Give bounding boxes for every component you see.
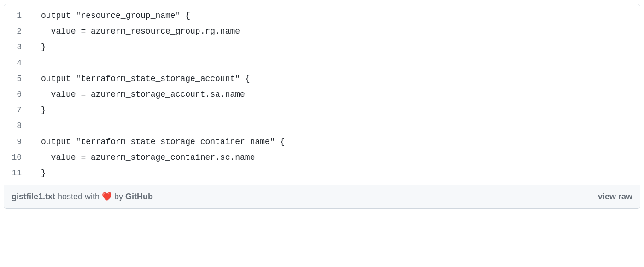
- line-number[interactable]: 6: [4, 87, 32, 102]
- line-number[interactable]: 8: [4, 118, 32, 134]
- line-content: output "terraform_state_storage_containe…: [32, 134, 285, 150]
- code-line: 11 }: [4, 165, 640, 181]
- code-line: 8: [4, 118, 640, 134]
- line-number[interactable]: 10: [4, 150, 32, 165]
- code-line: 5 output "terraform_state_storage_accoun…: [4, 71, 640, 87]
- line-content: output "terraform_state_storage_account"…: [32, 71, 250, 87]
- code-line: 1 output "resource_group_name" {: [4, 8, 640, 23]
- code-line: 7 }: [4, 102, 640, 118]
- line-content: }: [32, 102, 46, 118]
- line-number[interactable]: 1: [4, 8, 32, 23]
- line-number[interactable]: 11: [4, 165, 32, 181]
- line-number[interactable]: 7: [4, 102, 32, 118]
- view-raw-link[interactable]: view raw: [598, 192, 632, 202]
- by-text: by: [114, 192, 123, 202]
- line-number[interactable]: 4: [4, 55, 32, 71]
- code-line: 10 value = azurerm_storage_container.sc.…: [4, 150, 640, 165]
- gist-footer: gistfile1.txt hosted with ❤️ by GitHub v…: [4, 185, 640, 208]
- footer-left: gistfile1.txt hosted with ❤️ by GitHub: [12, 192, 153, 202]
- code-area: 1 output "resource_group_name" { 2 value…: [4, 4, 640, 185]
- heart-icon: ❤️: [102, 192, 112, 202]
- line-content: value = azurerm_resource_group.rg.name: [32, 23, 240, 39]
- filename-link[interactable]: gistfile1.txt: [12, 192, 55, 202]
- line-number[interactable]: 5: [4, 71, 32, 87]
- code-line: 9 output "terraform_state_storage_contai…: [4, 134, 640, 150]
- line-content: }: [32, 39, 46, 55]
- gist-container: 1 output "resource_group_name" { 2 value…: [4, 4, 640, 209]
- line-number[interactable]: 9: [4, 134, 32, 150]
- line-content: value = azurerm_storage_account.sa.name: [32, 87, 245, 102]
- code-line: 3 }: [4, 39, 640, 55]
- line-content: }: [32, 165, 46, 181]
- line-number[interactable]: 3: [4, 39, 32, 55]
- line-content: value = azurerm_storage_container.sc.nam…: [32, 150, 255, 165]
- github-link[interactable]: GitHub: [125, 192, 153, 202]
- hosted-text: hosted with: [58, 192, 100, 202]
- line-content: output "resource_group_name" {: [32, 8, 190, 23]
- code-line: 6 value = azurerm_storage_account.sa.nam…: [4, 87, 640, 102]
- line-number[interactable]: 2: [4, 23, 32, 39]
- code-line: 2 value = azurerm_resource_group.rg.name: [4, 23, 640, 39]
- code-line: 4: [4, 55, 640, 71]
